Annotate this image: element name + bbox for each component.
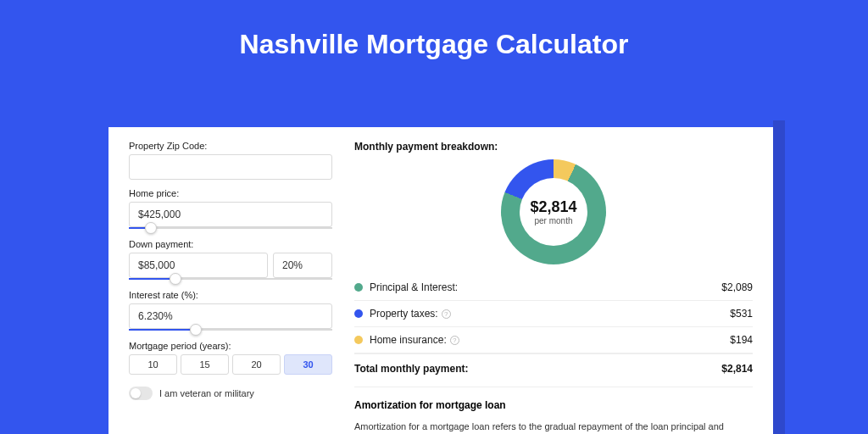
page-title: Nashville Mortgage Calculator	[0, 29, 868, 60]
legend-dot-icon	[354, 309, 363, 318]
legend-dot-icon	[354, 283, 363, 292]
donut-amount: $2,814	[530, 198, 576, 216]
legend-label-text: Principal & Interest:	[370, 281, 458, 293]
legend-value: $194	[730, 334, 753, 346]
form-column: Property Zip Code: Home price: Down paym…	[129, 141, 332, 434]
zip-group: Property Zip Code:	[129, 141, 332, 180]
calculator-card: Property Zip Code: Home price: Down paym…	[108, 127, 773, 434]
amortization-heading: Amortization for mortgage loan	[354, 399, 753, 411]
down-payment-percent-input[interactable]	[273, 253, 332, 278]
info-icon[interactable]: ?	[450, 336, 459, 345]
legend-row-2: Home insurance:?$194	[354, 327, 753, 353]
home-price-slider[interactable]	[129, 227, 332, 229]
breakdown-column: Monthly payment breakdown: $2,814 per mo…	[354, 141, 753, 434]
legend-value: $2,089	[721, 281, 753, 293]
legend-label-text: Home insurance:	[370, 334, 447, 346]
zip-input[interactable]	[129, 154, 332, 180]
veteran-label: I am veteran or military	[159, 388, 254, 398]
interest-label: Interest rate (%):	[129, 290, 332, 300]
legend: Principal & Interest:$2,089Property taxe…	[354, 275, 753, 353]
down-payment-amount-input[interactable]	[129, 253, 268, 278]
period-option-15[interactable]: 15	[181, 354, 229, 375]
breakdown-heading: Monthly payment breakdown:	[354, 141, 753, 153]
donut-chart-wrap: $2,814 per month	[354, 153, 753, 275]
legend-row-1: Property taxes:?$531	[354, 301, 753, 327]
period-option-20[interactable]: 20	[232, 354, 281, 375]
down-payment-group: Down payment:	[129, 239, 332, 280]
home-price-label: Home price:	[129, 188, 332, 198]
legend-dot-icon	[354, 336, 363, 344]
legend-label: Principal & Interest:	[370, 281, 721, 293]
period-option-30[interactable]: 30	[284, 354, 332, 375]
veteran-toggle[interactable]	[129, 387, 153, 400]
down-payment-slider[interactable]	[129, 278, 332, 280]
period-label: Mortgage period (years):	[129, 341, 332, 351]
home-price-group: Home price:	[129, 188, 332, 229]
period-option-10[interactable]: 10	[129, 354, 177, 375]
legend-label: Home insurance:?	[370, 334, 730, 346]
total-row: Total monthly payment: $2,814	[354, 353, 753, 387]
amortization-section: Amortization for mortgage loan Amortizat…	[354, 387, 753, 434]
donut-center: $2,814 per month	[501, 159, 606, 264]
period-group: Mortgage period (years): 10152030	[129, 341, 332, 375]
period-options: 10152030	[129, 354, 332, 375]
interest-group: Interest rate (%):	[129, 290, 332, 331]
amortization-body: Amortization for a mortgage loan refers …	[354, 420, 753, 434]
zip-label: Property Zip Code:	[129, 141, 332, 151]
down-payment-label: Down payment:	[129, 239, 332, 249]
interest-input[interactable]	[129, 303, 332, 329]
legend-row-0: Principal & Interest:$2,089	[354, 275, 753, 301]
interest-slider[interactable]	[129, 329, 332, 331]
legend-label-text: Property taxes:	[370, 308, 438, 320]
total-value: $2,814	[721, 363, 753, 375]
donut-sub: per month	[534, 216, 572, 225]
home-price-input[interactable]	[129, 202, 332, 227]
veteran-row: I am veteran or military	[129, 387, 332, 400]
legend-value: $531	[730, 308, 753, 320]
legend-label: Property taxes:?	[370, 308, 730, 320]
donut-chart: $2,814 per month	[501, 159, 606, 264]
info-icon[interactable]: ?	[442, 309, 451, 319]
total-label: Total monthly payment:	[354, 363, 721, 375]
